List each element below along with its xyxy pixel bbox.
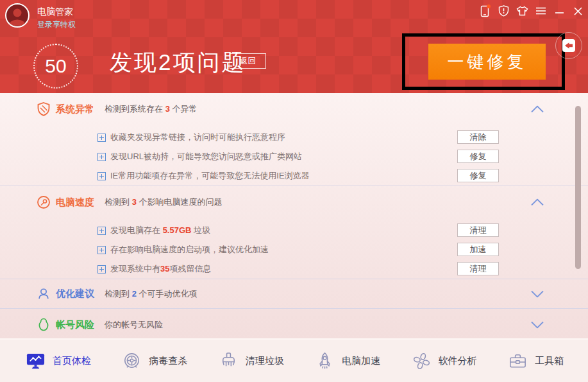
pc-speedup-icon (315, 351, 335, 371)
section-rows: 发现电脑存在 5.57GB 垃圾 清理 存在影响电脑速度的启动项，建议优化加速 … (0, 218, 588, 279)
nav-item-pc-speedup[interactable]: 电脑加速 (315, 351, 380, 371)
issue-description: 发现系统中有35项残留信息 (110, 263, 211, 275)
section-system-issues[interactable]: 系统异常 检测到系统存在 3 个异常 (0, 93, 588, 125)
notification-dot-icon (487, 4, 491, 8)
health-score: 50 (33, 44, 78, 89)
section-optimize-suggestions[interactable]: 优化建议 检测到 2 个可手动优化项 (0, 279, 588, 308)
penguin-icon (37, 318, 51, 332)
issue-description: IE常用功能项存在异常，可能导致您无法使用IE浏览器 (110, 170, 310, 182)
expand-plus-icon[interactable] (97, 172, 106, 180)
issue-description: 存在影响电脑速度的启动项，建议优化加速 (110, 244, 269, 256)
row-action-button[interactable]: 清理 (457, 223, 499, 237)
nav-item-virus-scan[interactable]: 病毒查杀 (122, 351, 187, 371)
bottom-navigation: 首页体检 病毒查杀 清理垃圾 (0, 338, 588, 382)
exit-sidebar-button[interactable] (555, 32, 582, 59)
section-account-risk[interactable]: 帐号风险 你的帐号无风险 (0, 309, 588, 341)
app-window: 电脑管家 登录享特权 50 发现2 (0, 0, 588, 382)
nav-label: 清理垃圾 (246, 355, 284, 367)
nav-label: 病毒查杀 (149, 355, 187, 367)
issues-panel: 系统异常 检测到系统存在 3 个异常 收藏夹发现异常链接，访问时可能执行恶意程序… (0, 93, 588, 338)
expand-plus-icon[interactable] (97, 153, 106, 161)
nav-item-clean-junk[interactable]: 清理垃圾 (219, 351, 284, 371)
virus-scan-icon (122, 351, 142, 371)
row-action-button[interactable]: 加速 (457, 243, 499, 256)
scan-result-title: 发现2项问题 (110, 48, 246, 78)
score-value: 50 (45, 55, 66, 77)
chevron-down-icon[interactable] (531, 290, 544, 297)
one-click-fix-button[interactable]: 一键修复 (428, 44, 546, 80)
chevron-up-icon[interactable] (531, 106, 544, 113)
app-title: 电脑管家 (37, 6, 73, 18)
close-icon[interactable] (571, 4, 584, 17)
shield-icon[interactable] (497, 4, 510, 17)
section-subtitle: 检测到 3 个影响电脑速度的问题 (105, 196, 222, 208)
issue-row: IE常用功能项存在异常，可能导致您无法使用IE浏览器 修复 (0, 166, 588, 186)
user-silhouette-icon (6, 4, 28, 26)
mobile-icon[interactable] (478, 4, 491, 17)
login-link[interactable]: 登录享特权 (37, 19, 76, 30)
row-action-button[interactable]: 清除 (457, 130, 499, 144)
home-checkup-icon (26, 351, 46, 371)
chevron-up-icon[interactable] (531, 199, 544, 206)
hero-header: 电脑管家 登录享特权 50 发现2 (0, 0, 588, 93)
issue-row: 发现URL被劫持，可能导致您访问恶意或推广类网站 修复 (0, 147, 588, 166)
exit-arrow-icon (562, 39, 576, 53)
nav-label: 软件分析 (439, 355, 477, 367)
expand-plus-icon[interactable] (97, 246, 106, 254)
back-button[interactable]: 返回 (230, 53, 266, 69)
titlebar-icons (478, 4, 584, 17)
toolbox-icon (508, 351, 528, 371)
nav-item-toolbox[interactable]: 工具箱 (508, 351, 564, 371)
issue-row: 收藏夹发现异常链接，访问时可能执行恶意程序 清除 (0, 128, 588, 147)
issue-description: 发现电脑存在 5.57GB 垃圾 (110, 225, 210, 236)
issue-description: 发现URL被劫持，可能导致您访问恶意或推广类网站 (110, 151, 302, 162)
section-title: 电脑速度 (56, 196, 94, 209)
issue-description: 收藏夹发现异常链接，访问时可能执行恶意程序 (110, 132, 285, 143)
nav-label: 电脑加速 (342, 355, 380, 367)
section-title: 系统异常 (56, 103, 94, 116)
speed-gauge-icon (37, 195, 51, 209)
section-title: 帐号风险 (56, 319, 94, 331)
scrollbar-thumb[interactable] (575, 106, 581, 269)
avatar[interactable] (5, 3, 29, 28)
minimize-icon[interactable] (553, 4, 566, 17)
section-rows: 收藏夹发现异常链接，访问时可能执行恶意程序 清除 发现URL被劫持，可能导致您访… (0, 125, 588, 186)
expand-plus-icon[interactable] (97, 227, 106, 235)
chevron-down-icon[interactable] (531, 322, 544, 329)
issue-row: 发现电脑存在 5.57GB 垃圾 清理 (0, 221, 588, 240)
nav-label: 工具箱 (535, 355, 564, 367)
section-subtitle: 检测到 2 个可手动优化项 (105, 288, 197, 300)
nav-label: 首页体检 (53, 355, 91, 367)
menu-icon[interactable] (534, 4, 547, 17)
section-pc-speed[interactable]: 电脑速度 检测到 3 个影响电脑速度的问题 (0, 186, 588, 218)
issue-row: 存在影响电脑速度的启动项，建议优化加速 加速 (0, 240, 588, 259)
nav-item-home-checkup[interactable]: 首页体检 (26, 351, 91, 371)
row-action-button[interactable]: 修复 (457, 169, 499, 182)
section-subtitle: 你的帐号无风险 (105, 319, 163, 331)
nav-item-software-analysis[interactable]: 软件分析 (412, 351, 477, 371)
section-title: 优化建议 (56, 288, 94, 300)
shield-striped-icon (37, 102, 51, 116)
skin-icon[interactable] (516, 4, 528, 17)
expand-plus-icon[interactable] (97, 134, 106, 142)
section-subtitle: 检测到系统存在 3 个异常 (105, 103, 197, 115)
issue-row: 发现系统中有35项残留信息 清理 (0, 259, 588, 279)
software-analysis-icon (412, 351, 432, 371)
expand-plus-icon[interactable] (97, 265, 106, 273)
row-action-button[interactable]: 清理 (457, 262, 499, 275)
clean-junk-icon (219, 351, 239, 371)
person-icon (37, 287, 51, 301)
row-action-button[interactable]: 修复 (457, 150, 499, 163)
